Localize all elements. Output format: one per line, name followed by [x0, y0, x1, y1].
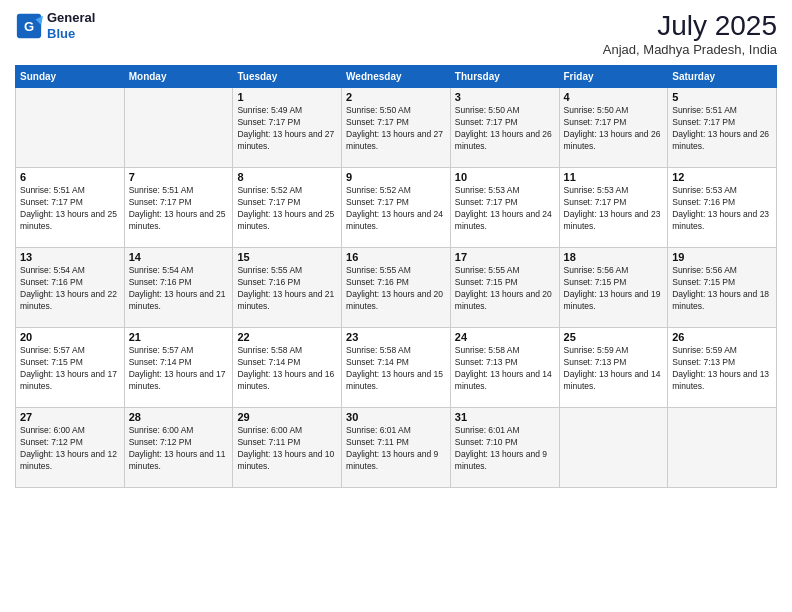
calendar-cell: 4Sunrise: 5:50 AM Sunset: 7:17 PM Daylig…	[559, 88, 668, 168]
calendar-cell: 6Sunrise: 5:51 AM Sunset: 7:17 PM Daylig…	[16, 168, 125, 248]
day-detail: Sunrise: 6:01 AM Sunset: 7:10 PM Dayligh…	[455, 425, 555, 473]
day-detail: Sunrise: 5:53 AM Sunset: 7:17 PM Dayligh…	[564, 185, 664, 233]
day-number: 2	[346, 91, 446, 103]
calendar-cell: 12Sunrise: 5:53 AM Sunset: 7:16 PM Dayli…	[668, 168, 777, 248]
day-number: 18	[564, 251, 664, 263]
day-number: 21	[129, 331, 229, 343]
day-detail: Sunrise: 5:51 AM Sunset: 7:17 PM Dayligh…	[672, 105, 772, 153]
logo-icon: G	[15, 12, 43, 40]
day-number: 5	[672, 91, 772, 103]
logo-line2: Blue	[47, 26, 95, 42]
weekday-header-tuesday: Tuesday	[233, 66, 342, 88]
day-number: 17	[455, 251, 555, 263]
day-detail: Sunrise: 5:54 AM Sunset: 7:16 PM Dayligh…	[129, 265, 229, 313]
calendar-cell: 1Sunrise: 5:49 AM Sunset: 7:17 PM Daylig…	[233, 88, 342, 168]
month-year: July 2025	[603, 10, 777, 42]
weekday-header-wednesday: Wednesday	[342, 66, 451, 88]
day-number: 30	[346, 411, 446, 423]
day-number: 16	[346, 251, 446, 263]
day-number: 15	[237, 251, 337, 263]
calendar-week-4: 20Sunrise: 5:57 AM Sunset: 7:15 PM Dayli…	[16, 328, 777, 408]
day-number: 25	[564, 331, 664, 343]
day-detail: Sunrise: 5:52 AM Sunset: 7:17 PM Dayligh…	[237, 185, 337, 233]
day-number: 8	[237, 171, 337, 183]
page: G General Blue July 2025 Anjad, Madhya P…	[0, 0, 792, 612]
day-detail: Sunrise: 5:53 AM Sunset: 7:16 PM Dayligh…	[672, 185, 772, 233]
day-number: 14	[129, 251, 229, 263]
calendar-week-2: 6Sunrise: 5:51 AM Sunset: 7:17 PM Daylig…	[16, 168, 777, 248]
day-number: 3	[455, 91, 555, 103]
calendar-cell: 13Sunrise: 5:54 AM Sunset: 7:16 PM Dayli…	[16, 248, 125, 328]
calendar-cell: 7Sunrise: 5:51 AM Sunset: 7:17 PM Daylig…	[124, 168, 233, 248]
calendar-cell: 30Sunrise: 6:01 AM Sunset: 7:11 PM Dayli…	[342, 408, 451, 488]
day-detail: Sunrise: 5:50 AM Sunset: 7:17 PM Dayligh…	[564, 105, 664, 153]
calendar-cell: 5Sunrise: 5:51 AM Sunset: 7:17 PM Daylig…	[668, 88, 777, 168]
day-detail: Sunrise: 5:58 AM Sunset: 7:14 PM Dayligh…	[237, 345, 337, 393]
day-detail: Sunrise: 6:00 AM Sunset: 7:11 PM Dayligh…	[237, 425, 337, 473]
calendar-cell: 8Sunrise: 5:52 AM Sunset: 7:17 PM Daylig…	[233, 168, 342, 248]
weekday-header-saturday: Saturday	[668, 66, 777, 88]
calendar-cell: 19Sunrise: 5:56 AM Sunset: 7:15 PM Dayli…	[668, 248, 777, 328]
calendar-cell: 9Sunrise: 5:52 AM Sunset: 7:17 PM Daylig…	[342, 168, 451, 248]
calendar-cell: 21Sunrise: 5:57 AM Sunset: 7:14 PM Dayli…	[124, 328, 233, 408]
svg-text:G: G	[24, 18, 34, 33]
logo: G General Blue	[15, 10, 95, 41]
day-number: 6	[20, 171, 120, 183]
day-detail: Sunrise: 5:53 AM Sunset: 7:17 PM Dayligh…	[455, 185, 555, 233]
day-detail: Sunrise: 5:55 AM Sunset: 7:15 PM Dayligh…	[455, 265, 555, 313]
day-number: 1	[237, 91, 337, 103]
calendar-week-5: 27Sunrise: 6:00 AM Sunset: 7:12 PM Dayli…	[16, 408, 777, 488]
calendar-cell: 22Sunrise: 5:58 AM Sunset: 7:14 PM Dayli…	[233, 328, 342, 408]
day-number: 28	[129, 411, 229, 423]
weekday-header-friday: Friday	[559, 66, 668, 88]
day-detail: Sunrise: 5:50 AM Sunset: 7:17 PM Dayligh…	[346, 105, 446, 153]
day-number: 4	[564, 91, 664, 103]
calendar-cell: 15Sunrise: 5:55 AM Sunset: 7:16 PM Dayli…	[233, 248, 342, 328]
calendar-cell: 20Sunrise: 5:57 AM Sunset: 7:15 PM Dayli…	[16, 328, 125, 408]
location: Anjad, Madhya Pradesh, India	[603, 42, 777, 57]
day-detail: Sunrise: 5:58 AM Sunset: 7:13 PM Dayligh…	[455, 345, 555, 393]
calendar-cell: 11Sunrise: 5:53 AM Sunset: 7:17 PM Dayli…	[559, 168, 668, 248]
day-detail: Sunrise: 5:52 AM Sunset: 7:17 PM Dayligh…	[346, 185, 446, 233]
day-detail: Sunrise: 6:00 AM Sunset: 7:12 PM Dayligh…	[129, 425, 229, 473]
day-detail: Sunrise: 5:51 AM Sunset: 7:17 PM Dayligh…	[20, 185, 120, 233]
day-number: 12	[672, 171, 772, 183]
day-detail: Sunrise: 5:57 AM Sunset: 7:14 PM Dayligh…	[129, 345, 229, 393]
logo-line1: General	[47, 10, 95, 26]
calendar-cell	[124, 88, 233, 168]
day-detail: Sunrise: 5:59 AM Sunset: 7:13 PM Dayligh…	[564, 345, 664, 393]
day-detail: Sunrise: 5:58 AM Sunset: 7:14 PM Dayligh…	[346, 345, 446, 393]
day-detail: Sunrise: 5:56 AM Sunset: 7:15 PM Dayligh…	[564, 265, 664, 313]
weekday-header-monday: Monday	[124, 66, 233, 88]
calendar-cell: 26Sunrise: 5:59 AM Sunset: 7:13 PM Dayli…	[668, 328, 777, 408]
calendar-cell: 17Sunrise: 5:55 AM Sunset: 7:15 PM Dayli…	[450, 248, 559, 328]
calendar-cell: 27Sunrise: 6:00 AM Sunset: 7:12 PM Dayli…	[16, 408, 125, 488]
logo-text: General Blue	[47, 10, 95, 41]
calendar-cell: 31Sunrise: 6:01 AM Sunset: 7:10 PM Dayli…	[450, 408, 559, 488]
calendar-table: SundayMondayTuesdayWednesdayThursdayFrid…	[15, 65, 777, 488]
calendar-cell: 28Sunrise: 6:00 AM Sunset: 7:12 PM Dayli…	[124, 408, 233, 488]
calendar-cell	[668, 408, 777, 488]
day-number: 13	[20, 251, 120, 263]
calendar-cell	[16, 88, 125, 168]
calendar-week-1: 1Sunrise: 5:49 AM Sunset: 7:17 PM Daylig…	[16, 88, 777, 168]
weekday-row: SundayMondayTuesdayWednesdayThursdayFrid…	[16, 66, 777, 88]
calendar-cell: 16Sunrise: 5:55 AM Sunset: 7:16 PM Dayli…	[342, 248, 451, 328]
calendar-header: SundayMondayTuesdayWednesdayThursdayFrid…	[16, 66, 777, 88]
day-number: 24	[455, 331, 555, 343]
weekday-header-sunday: Sunday	[16, 66, 125, 88]
day-detail: Sunrise: 5:54 AM Sunset: 7:16 PM Dayligh…	[20, 265, 120, 313]
day-detail: Sunrise: 6:01 AM Sunset: 7:11 PM Dayligh…	[346, 425, 446, 473]
calendar-week-3: 13Sunrise: 5:54 AM Sunset: 7:16 PM Dayli…	[16, 248, 777, 328]
day-number: 23	[346, 331, 446, 343]
day-detail: Sunrise: 6:00 AM Sunset: 7:12 PM Dayligh…	[20, 425, 120, 473]
day-detail: Sunrise: 5:55 AM Sunset: 7:16 PM Dayligh…	[237, 265, 337, 313]
day-number: 29	[237, 411, 337, 423]
day-detail: Sunrise: 5:57 AM Sunset: 7:15 PM Dayligh…	[20, 345, 120, 393]
calendar-cell: 2Sunrise: 5:50 AM Sunset: 7:17 PM Daylig…	[342, 88, 451, 168]
calendar-cell: 29Sunrise: 6:00 AM Sunset: 7:11 PM Dayli…	[233, 408, 342, 488]
title-block: July 2025 Anjad, Madhya Pradesh, India	[603, 10, 777, 57]
day-detail: Sunrise: 5:51 AM Sunset: 7:17 PM Dayligh…	[129, 185, 229, 233]
calendar-cell	[559, 408, 668, 488]
day-number: 26	[672, 331, 772, 343]
